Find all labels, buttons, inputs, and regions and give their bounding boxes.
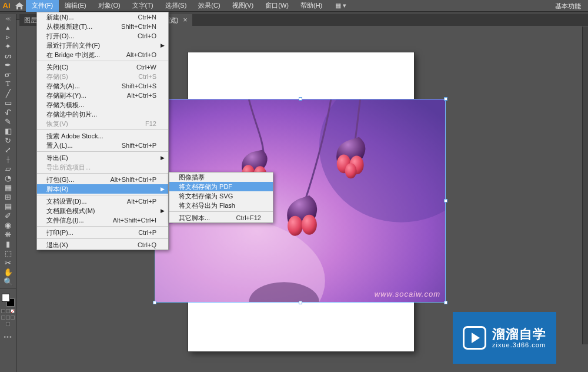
svg-point-8 — [288, 216, 303, 236]
file-menu-item[interactable]: 打包(G)...Alt+Shift+Ctrl+P — [37, 175, 168, 184]
draw-inside-icon[interactable] — [11, 315, 15, 320]
file-menu-item[interactable]: 退出(X)Ctrl+Q — [37, 240, 168, 250]
menu-view[interactable]: 视图(V) — [226, 0, 260, 12]
paintbrush-tool-icon[interactable]: ᖋ — [1, 107, 15, 117]
file-menu-item[interactable]: 导出(E)▶ — [37, 153, 168, 162]
eraser-tool-icon[interactable]: ◧ — [1, 126, 15, 135]
image-watermark: www.socaiw.com — [375, 290, 440, 298]
ime-icon[interactable]: ▦ ▾ — [332, 0, 349, 12]
scripts-menu-item[interactable]: 将文档导出为 Flash — [169, 201, 273, 210]
type-tool-icon[interactable]: T — [1, 79, 15, 88]
selection-handle[interactable] — [444, 199, 447, 202]
symbol-sprayer-tool-icon[interactable]: ❋ — [1, 230, 15, 239]
file-menu-item[interactable]: 从模板新建(T)...Shift+Ctrl+N — [37, 22, 168, 31]
file-menu-item[interactable]: 关闭(C)Ctrl+W — [37, 62, 168, 72]
column-graph-tool-icon[interactable]: ▮ — [1, 239, 15, 248]
color-swatches[interactable] — [2, 294, 15, 307]
file-menu-item[interactable]: 脚本(R)▶ — [37, 184, 168, 194]
workspace-switcher[interactable]: 基本功能 — [548, 0, 588, 12]
file-menu-item[interactable]: 打印(P)...Ctrl+P — [37, 228, 168, 237]
selection-handle[interactable] — [153, 301, 156, 304]
menu-help[interactable]: 帮助(H) — [295, 0, 328, 12]
selection-handle[interactable] — [299, 301, 302, 304]
free-transform-tool-icon[interactable]: ▱ — [1, 164, 15, 173]
edit-toolbar-icon[interactable]: ••• — [4, 333, 12, 340]
direct-selection-tool-icon[interactable]: ▹ — [1, 32, 15, 41]
file-menu-item[interactable]: 置入(L)...Shift+Ctrl+P — [37, 141, 168, 150]
file-menu-label: 文档设置(D)... — [46, 197, 86, 206]
menu-window[interactable]: 窗口(W) — [259, 0, 295, 12]
file-menu-shortcut: Ctrl+S — [121, 73, 156, 80]
file-menu-label: 存储副本(Y)... — [46, 91, 86, 100]
panel-strip[interactable] — [582, 26, 588, 344]
menu-edit[interactable]: 编辑(E) — [59, 0, 92, 12]
perspective-tool-icon[interactable]: ▦ — [1, 182, 15, 192]
file-menu-item[interactable]: 文档颜色模式(M)▶ — [37, 206, 168, 215]
eyedropper-tool-icon[interactable]: ✐ — [1, 211, 15, 220]
file-menu-item[interactable]: 文件信息(I)...Alt+Shift+Ctrl+I — [37, 215, 168, 225]
mesh-tool-icon[interactable]: ⊞ — [1, 192, 15, 201]
close-tab-icon[interactable]: × — [183, 16, 188, 24]
screen-mode-row — [6, 322, 10, 326]
fill-color-swatch[interactable] — [2, 294, 10, 302]
pen-tool-icon[interactable]: ✒ — [1, 60, 15, 69]
selection-handle[interactable] — [444, 301, 447, 304]
menu-bar: Ai 文件(F) 编辑(E) 对象(O) 文字(T) 选择(S) 效果(C) 视… — [0, 0, 588, 12]
file-menu-item[interactable]: 新建(N)...Ctrl+N — [37, 12, 168, 22]
menu-select[interactable]: 选择(S) — [159, 0, 193, 12]
curvature-tool-icon[interactable]: ᓂ — [1, 69, 15, 79]
color-mode-gradient-icon[interactable] — [6, 309, 10, 313]
rotate-tool-icon[interactable]: ↻ — [1, 135, 15, 145]
scripts-menu-item[interactable]: 将文档存储为 SVG — [169, 191, 273, 201]
rectangle-tool-icon[interactable]: ▭ — [1, 98, 15, 107]
scripts-menu-item[interactable]: 其它脚本...Ctrl+F12 — [169, 213, 273, 222]
file-menu-item[interactable]: 存储为模板... — [37, 100, 168, 109]
file-menu-item[interactable]: 最近打开的文件(F)▶ — [37, 41, 168, 50]
scripts-menu-label: 图像描摹 — [179, 173, 205, 182]
gradient-tool-icon[interactable]: ▤ — [1, 201, 15, 211]
hand-tool-icon[interactable]: ✋ — [1, 267, 15, 277]
menu-object[interactable]: 对象(O) — [92, 0, 126, 12]
draw-normal-icon[interactable] — [1, 315, 5, 320]
lasso-tool-icon[interactable]: ᔕ — [1, 51, 15, 60]
zoom-tool-icon[interactable]: 🔍 — [1, 277, 15, 286]
pencil-tool-icon[interactable]: ✎ — [1, 117, 15, 126]
file-menu-item[interactable]: 存储副本(Y)...Alt+Ctrl+S — [37, 91, 168, 100]
file-menu-item[interactable]: 搜索 Adobe Stock... — [37, 131, 168, 141]
color-mode-row — [1, 309, 15, 313]
file-menu-item[interactable]: 在 Bridge 中浏览...Alt+Ctrl+O — [37, 50, 168, 59]
draw-behind-icon[interactable] — [6, 315, 10, 320]
toolbox-collapse-icon[interactable]: ≪ — [0, 15, 16, 22]
line-tool-icon[interactable]: ╱ — [1, 88, 15, 98]
color-mode-color-icon[interactable] — [1, 309, 5, 313]
scripts-submenu-dropdown: 图像描摹将文档存储为 PDF将文档存储为 SVG将文档导出为 Flash其它脚本… — [169, 172, 273, 223]
submenu-arrow-icon: ▶ — [161, 155, 165, 161]
selection-handle[interactable] — [444, 97, 447, 101]
file-menu-label: 新建(N)... — [46, 13, 74, 22]
scripts-menu-item[interactable]: 图像描摹 — [169, 172, 273, 182]
blend-tool-icon[interactable]: ◉ — [1, 220, 15, 230]
artboard-tool-icon[interactable]: ⬚ — [1, 248, 15, 258]
scripts-menu-item[interactable]: 将文档存储为 PDF — [169, 182, 273, 191]
submenu-arrow-icon: ▶ — [161, 42, 165, 48]
file-menu-item[interactable]: 存储选中的切片... — [37, 109, 168, 119]
file-menu-shortcut: Alt+Ctrl+O — [109, 51, 156, 58]
slice-tool-icon[interactable]: ✂ — [1, 258, 15, 267]
menu-file[interactable]: 文件(F) — [26, 0, 59, 12]
menu-type[interactable]: 文字(T) — [126, 0, 159, 12]
scale-tool-icon[interactable]: ⤢ — [1, 145, 15, 154]
magic-wand-tool-icon[interactable]: ✦ — [1, 41, 15, 51]
selection-handle[interactable] — [299, 97, 302, 101]
shape-builder-tool-icon[interactable]: ◔ — [1, 173, 15, 182]
screen-mode-icon[interactable] — [6, 322, 10, 326]
file-menu-shortcut: Alt+Shift+Ctrl+P — [92, 176, 156, 183]
file-menu-label: 打印(P)... — [46, 228, 74, 237]
menu-effect[interactable]: 效果(C) — [192, 0, 226, 12]
file-menu-item[interactable]: 存储为(A)...Shift+Ctrl+S — [37, 81, 168, 91]
selection-tool-icon[interactable]: ▴ — [1, 22, 15, 32]
file-menu-item[interactable]: 文档设置(D)...Alt+Ctrl+P — [37, 197, 168, 206]
home-icon[interactable] — [13, 0, 26, 12]
color-mode-none-icon[interactable] — [11, 309, 15, 313]
width-tool-icon[interactable]: ⟊ — [1, 154, 15, 164]
file-menu-item[interactable]: 打开(O)...Ctrl+O — [37, 31, 168, 41]
